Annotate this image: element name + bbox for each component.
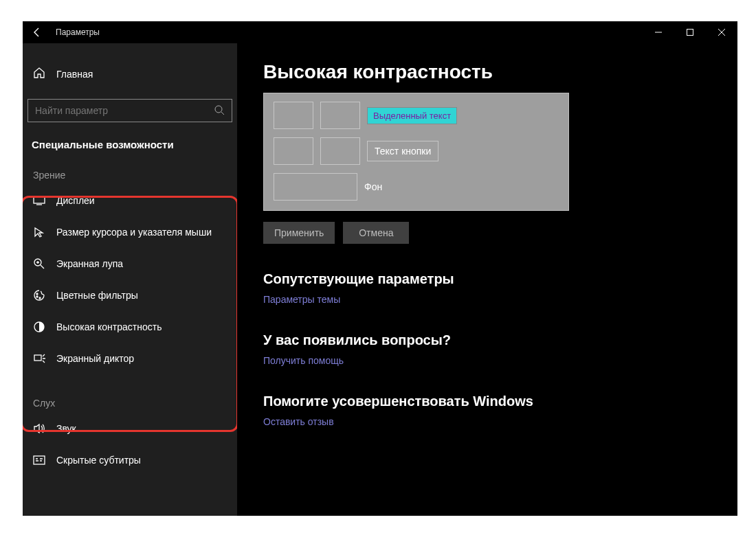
cursor-icon (33, 226, 45, 238)
sidebar-item-display[interactable]: Дисплей (27, 185, 232, 216)
sidebar-item-label: Звук (56, 423, 76, 434)
sidebar-item-cursor[interactable]: Размер курсора и указателя мыши (27, 216, 232, 248)
svg-point-4 (36, 293, 38, 295)
sidebar-item-label: Дисплей (56, 195, 95, 206)
sidebar-item-captions[interactable]: Скрытые субтитры (27, 444, 232, 476)
sidebar: Главная Специальные возможности Зрение Д… (23, 43, 237, 516)
sidebar-item-label: Главная (56, 69, 93, 80)
main-content: Высокая контрастность Выделенный текст Т… (237, 43, 737, 516)
group-title-hearing: Слух (27, 398, 232, 409)
category-title: Специальные возможности (27, 139, 232, 150)
sidebar-item-label: Цветные фильтры (56, 290, 138, 301)
sidebar-item-home[interactable]: Главная (27, 61, 232, 87)
color-swatch-btntext-bg[interactable] (320, 137, 360, 165)
narrator-icon (33, 352, 45, 365)
sidebar-item-magnifier[interactable]: Экранная лупа (27, 248, 232, 280)
sidebar-item-high-contrast[interactable]: Высокая контрастность (27, 311, 232, 343)
maximize-button[interactable] (674, 21, 706, 43)
sidebar-item-label: Скрытые субтитры (56, 455, 141, 466)
search-icon (214, 104, 225, 117)
svg-point-6 (39, 297, 41, 299)
palette-icon (33, 289, 45, 301)
close-button[interactable] (706, 21, 737, 43)
color-swatch-seltext-fg[interactable] (274, 102, 313, 129)
button-text-sample: Текст кнопки (367, 141, 438, 161)
captions-icon (33, 454, 45, 466)
app-title: Параметры (56, 27, 100, 37)
sidebar-item-label: Экранный диктор (56, 353, 134, 364)
minimize-button[interactable] (643, 21, 674, 43)
home-icon (33, 67, 45, 81)
background-label: Фон (364, 181, 382, 192)
titlebar: Параметры (23, 21, 737, 43)
feedback-heading: Помогите усовершенствовать Windows (263, 394, 711, 409)
svg-rect-2 (34, 196, 45, 203)
sidebar-item-narrator[interactable]: Экранный диктор (27, 343, 232, 374)
questions-heading: У вас появились вопросы? (263, 332, 711, 348)
back-button[interactable] (31, 26, 43, 38)
sidebar-item-label: Размер курсора и указателя мыши (56, 227, 212, 238)
page-title: Высокая контрастность (263, 61, 711, 83)
svg-point-5 (36, 296, 38, 297)
svg-rect-9 (34, 456, 45, 464)
help-link[interactable]: Получить помощь (263, 355, 344, 366)
search-input[interactable] (27, 99, 232, 122)
sound-icon (33, 422, 45, 435)
search-field[interactable] (35, 105, 214, 116)
color-swatch-seltext-bg[interactable] (320, 102, 360, 129)
related-heading: Сопутствующие параметры (263, 271, 711, 287)
display-icon (33, 194, 45, 207)
svg-rect-0 (687, 30, 693, 36)
color-swatch-background[interactable] (274, 173, 357, 201)
svg-rect-8 (34, 355, 41, 361)
apply-button[interactable]: Применить (263, 222, 335, 244)
preview-panel: Выделенный текст Текст кнопки Фон (263, 93, 569, 211)
color-swatch-btntext-fg[interactable] (274, 137, 313, 165)
svg-point-1 (215, 106, 222, 113)
feedback-link[interactable]: Оставить отзыв (263, 416, 334, 427)
sidebar-item-label: Высокая контрастность (56, 321, 162, 332)
sidebar-item-sound[interactable]: Звук (27, 413, 232, 444)
contrast-icon (33, 321, 45, 333)
related-link[interactable]: Параметры темы (263, 294, 340, 305)
selected-text-sample: Выделенный текст (367, 107, 457, 124)
sidebar-item-label: Экранная лупа (56, 258, 123, 269)
magnifier-icon (33, 258, 45, 270)
group-title-vision: Зрение (27, 170, 232, 181)
sidebar-item-color-filters[interactable]: Цветные фильтры (27, 280, 232, 311)
cancel-button[interactable]: Отмена (343, 222, 409, 244)
